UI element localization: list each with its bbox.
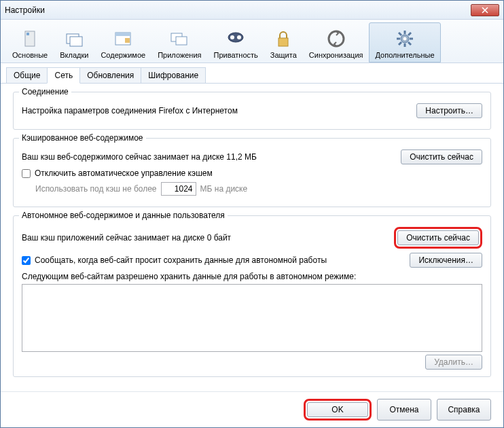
exceptions-button[interactable]: Исключения… (410, 253, 482, 268)
dialog-footer: OK Отмена Справка (1, 391, 503, 427)
help-button[interactable]: Справка (437, 399, 491, 421)
titlebar: Настройки (1, 1, 503, 20)
sync-icon (325, 28, 347, 50)
toolbar-item-advanced[interactable]: Дополнительные (369, 22, 440, 63)
clear-cache-button[interactable]: Очистить сейчас (401, 149, 482, 164)
svg-rect-5 (115, 33, 130, 36)
svg-point-11 (237, 35, 241, 39)
toolbar-item-tabs[interactable]: Вкладки (54, 22, 94, 63)
svg-rect-8 (176, 37, 187, 45)
sub-tabs: Общие Сеть Обновления Шифрование (1, 65, 503, 84)
svg-rect-1 (26, 33, 29, 35)
toolbar-item-privacy[interactable]: Приватность (208, 22, 264, 63)
disable-cache-checkbox[interactable] (22, 169, 31, 178)
connection-text: Настройка параметров соединения Firefox … (22, 106, 416, 115)
configure-button[interactable]: Настроить… (416, 103, 482, 118)
applications-icon (168, 28, 190, 50)
cache-size-text: Ваш кэш веб-содержимого сейчас занимает … (22, 152, 401, 162)
svg-line-20 (408, 42, 411, 45)
svg-rect-12 (278, 38, 288, 46)
tab-updates[interactable]: Обновления (79, 67, 141, 83)
cache-limit-label: Использовать под кэш не более (35, 184, 157, 194)
category-toolbar: Основные Вкладки Содержимое Приложения П… (1, 20, 503, 63)
group-connection-legend: Соединение (19, 87, 71, 96)
cache-limit-input[interactable] (161, 182, 196, 196)
ok-button[interactable]: OK (307, 402, 368, 417)
cancel-button[interactable]: Отмена (377, 399, 431, 421)
notify-offline-label: Сообщать, когда веб-сайт просит сохранит… (35, 255, 406, 265)
toolbar-item-security[interactable]: Защита (264, 22, 303, 63)
svg-point-13 (329, 31, 344, 46)
clear-offline-button[interactable]: Очистить сейчас (397, 230, 479, 245)
group-offline-legend: Автономное веб-содержимое и данные польз… (19, 211, 228, 220)
svg-rect-3 (70, 37, 82, 46)
svg-rect-6 (125, 38, 130, 43)
content-area: Соединение Настройка параметров соединен… (1, 84, 503, 391)
group-cache: Кэшированное веб-содержимое Ваш кэш веб-… (13, 138, 491, 207)
group-offline: Автономное веб-содержимое и данные польз… (13, 215, 491, 377)
settings-window: Настройки Основные Вкладки Содержимое Пр… (0, 0, 504, 428)
toolbar-item-general[interactable]: Основные (6, 22, 54, 63)
gear-icon (394, 28, 416, 50)
disable-cache-label: Отключить автоматическое управление кэше… (35, 168, 213, 178)
offline-size-text: Ваш кэш приложений сейчас занимает на ди… (22, 233, 394, 243)
remove-site-button[interactable]: Удалить… (425, 355, 482, 370)
toolbar-item-sync[interactable]: Синхронизация (303, 22, 370, 63)
svg-point-23 (403, 37, 407, 41)
tabs-icon (63, 28, 85, 50)
tab-network[interactable]: Сеть (47, 67, 80, 84)
highlight-ok: OK (304, 399, 372, 421)
lock-icon (272, 28, 294, 50)
close-icon (482, 7, 488, 14)
svg-line-22 (399, 42, 401, 45)
content-icon (112, 28, 134, 50)
toolbar-item-content[interactable]: Содержимое (94, 22, 151, 63)
close-button[interactable] (471, 4, 499, 16)
svg-line-19 (399, 33, 401, 35)
allowed-sites-list[interactable] (22, 284, 482, 352)
tab-general[interactable]: Общие (6, 67, 48, 83)
group-connection: Соединение Настройка параметров соединен… (13, 92, 491, 130)
highlight-clear-offline: Очистить сейчас (394, 227, 482, 249)
group-cache-legend: Кэшированное веб-содержимое (19, 133, 146, 143)
general-icon (19, 28, 41, 50)
tab-encryption[interactable]: Шифрование (141, 67, 206, 83)
svg-line-21 (408, 33, 411, 35)
toolbar-item-applications[interactable]: Приложения (151, 22, 207, 63)
cache-limit-unit: МБ на диске (200, 184, 248, 194)
notify-offline-checkbox[interactable] (22, 256, 31, 265)
allowed-sites-label: Следующим веб-сайтам разрешено хранить д… (22, 272, 482, 281)
privacy-icon (225, 28, 247, 50)
window-title: Настройки (5, 5, 471, 15)
svg-point-10 (230, 35, 234, 39)
